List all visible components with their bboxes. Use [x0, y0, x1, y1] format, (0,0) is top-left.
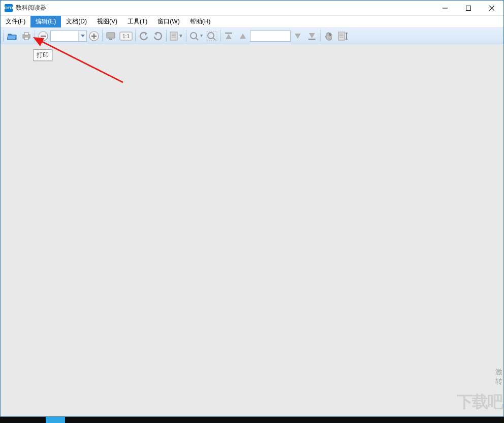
zoom-dropdown-button[interactable] — [78, 31, 86, 41]
svg-rect-27 — [338, 32, 344, 40]
activation-watermark: 激 转 — [495, 367, 502, 387]
last-page-icon — [307, 32, 317, 40]
svg-point-22 — [208, 33, 214, 39]
svg-rect-12 — [107, 33, 115, 38]
hand-icon — [324, 31, 334, 41]
printer-icon — [21, 32, 32, 41]
toolbar-separator — [4, 30, 4, 42]
watermark-line1: 激 — [495, 367, 502, 377]
toolbar-separator — [135, 30, 136, 42]
print-button[interactable] — [20, 30, 33, 42]
minus-circle-icon — [38, 31, 49, 42]
window-title: 数科阅读器 — [16, 4, 46, 12]
maximize-button[interactable] — [457, 1, 480, 15]
rotate-left-button[interactable] — [137, 30, 150, 42]
svg-rect-5 — [24, 33, 28, 35]
toolbar-separator — [166, 30, 167, 42]
svg-line-23 — [213, 38, 215, 40]
zoom-region-button[interactable] — [205, 30, 218, 42]
svg-text:1:1: 1:1 — [122, 34, 130, 39]
svg-point-20 — [191, 33, 197, 39]
toolbar-separator — [35, 30, 35, 42]
page-number-field[interactable] — [250, 31, 291, 42]
close-button[interactable] — [480, 1, 503, 15]
search-icon — [189, 31, 203, 41]
toolbar-separator — [320, 30, 321, 42]
app-window: OFD 数科阅读器 文件(F) 编辑(E) 文档(D) 视图(V) 工具(T) … — [0, 0, 504, 417]
menu-bar: 文件(F) 编辑(E) 文档(D) 视图(V) 工具(T) 窗口(W) 帮助(H… — [1, 16, 503, 28]
hand-tool-button[interactable] — [322, 30, 335, 42]
zoom-in-button[interactable] — [87, 30, 101, 42]
menu-window[interactable]: 窗口(W) — [152, 16, 184, 27]
arrow-up-icon — [238, 32, 247, 40]
last-page-button[interactable] — [305, 30, 319, 42]
svg-rect-16 — [170, 32, 177, 40]
menu-document[interactable]: 文档(D) — [61, 16, 92, 27]
text-select-icon — [337, 31, 349, 41]
document-viewport[interactable] — [1, 44, 503, 416]
taskbar — [0, 417, 504, 423]
menu-tools[interactable]: 工具(T) — [122, 16, 152, 27]
title-bar: OFD 数科阅读器 — [1, 1, 503, 16]
open-button[interactable] — [6, 30, 19, 42]
rotate-ccw-icon — [139, 31, 149, 41]
minimize-button[interactable] — [433, 1, 457, 15]
actual-size-button[interactable]: 1:1 — [118, 30, 134, 42]
magnifier-dashed-icon — [206, 31, 217, 41]
menu-edit[interactable]: 编辑(E) — [30, 16, 61, 27]
first-page-icon — [224, 32, 233, 40]
previous-page-button[interactable] — [236, 30, 249, 42]
first-page-button[interactable] — [222, 30, 235, 42]
find-button[interactable] — [188, 30, 204, 42]
menu-file[interactable]: 文件(F) — [1, 16, 30, 27]
svg-rect-1 — [466, 6, 471, 10]
toolbar-separator — [220, 30, 220, 42]
rotate-right-button[interactable] — [151, 30, 165, 42]
svg-line-21 — [196, 38, 198, 40]
app-icon-label: OFD — [5, 6, 13, 10]
select-text-button[interactable] — [336, 30, 350, 42]
tooltip-print: 打印 — [33, 49, 52, 61]
chevron-down-icon — [81, 35, 85, 38]
app-icon: OFD — [5, 4, 13, 12]
page-layout-icon — [169, 32, 183, 41]
taskbar-active-app[interactable] — [46, 417, 65, 423]
toolbar-separator — [102, 30, 103, 42]
one-to-one-icon: 1:1 — [119, 32, 133, 41]
toolbar-separator — [186, 30, 186, 42]
rotate-cw-icon — [153, 31, 163, 41]
next-page-button[interactable] — [291, 30, 304, 42]
zoom-combo[interactable] — [50, 31, 87, 42]
watermark-line2: 转 — [495, 377, 502, 387]
menu-help[interactable]: 帮助(H) — [185, 16, 216, 27]
menu-view[interactable]: 视图(V) — [92, 16, 122, 27]
zoom-out-button[interactable] — [37, 30, 50, 42]
fullscreen-button[interactable] — [104, 30, 117, 42]
window-controls — [433, 1, 503, 15]
page-layout-button[interactable] — [168, 30, 184, 42]
monitor-icon — [106, 32, 116, 40]
toolbar: 1:1 — [1, 28, 503, 44]
arrow-down-icon — [293, 32, 302, 40]
folder-open-icon — [7, 32, 17, 41]
svg-rect-6 — [24, 37, 28, 40]
svg-rect-13 — [109, 39, 112, 40]
plus-circle-icon — [88, 31, 100, 42]
